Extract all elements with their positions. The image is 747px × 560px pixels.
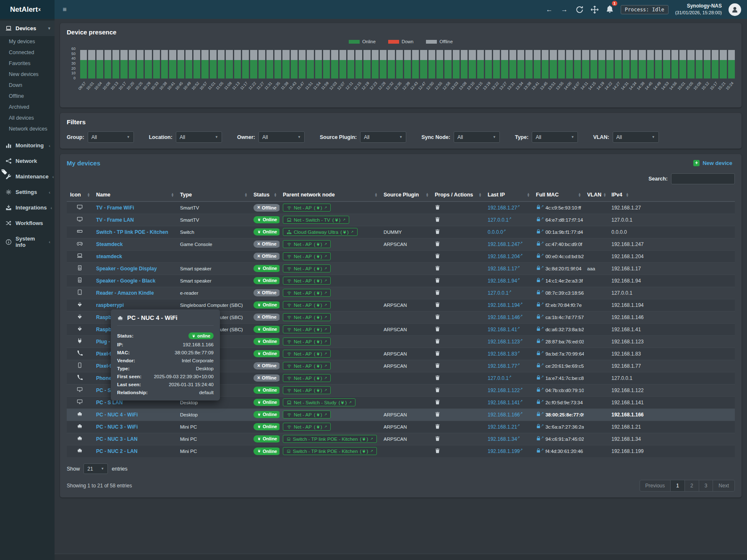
presence-bar[interactable] bbox=[274, 47, 281, 79]
presence-bar[interactable] bbox=[558, 47, 565, 79]
search-input[interactable] bbox=[671, 173, 735, 184]
parent-node-button[interactable]: Switch - TP link POE - Kitchen()↗ bbox=[283, 435, 377, 443]
presence-bar[interactable] bbox=[145, 47, 151, 79]
sidebar-item-workflows[interactable]: Workflows bbox=[0, 215, 55, 231]
presence-bar[interactable] bbox=[720, 47, 726, 79]
presence-bar[interactable] bbox=[477, 47, 484, 79]
presence-bar[interactable] bbox=[363, 47, 370, 79]
lock-icon[interactable]: ↗ bbox=[536, 302, 544, 307]
presence-bar[interactable] bbox=[566, 47, 573, 79]
presence-bar[interactable] bbox=[355, 47, 362, 79]
filter-select-location[interactable]: All▼ bbox=[176, 131, 222, 143]
presence-bar[interactable] bbox=[340, 47, 346, 79]
presence-bar[interactable] bbox=[210, 47, 217, 79]
sidebar-subitem-down[interactable]: Down bbox=[0, 80, 55, 91]
column-header-icon[interactable]: Icon▴▾ bbox=[67, 188, 93, 201]
parent-node-button[interactable]: Net - AP()↗ bbox=[283, 374, 331, 382]
presence-bar[interactable] bbox=[331, 47, 338, 79]
delete-icon[interactable] bbox=[435, 411, 440, 417]
column-header-status[interactable]: Status▴▾ bbox=[250, 188, 279, 201]
parent-node-button[interactable]: Net - AP()↗ bbox=[283, 362, 331, 370]
filter-select-sync-node[interactable]: All▼ bbox=[454, 131, 500, 143]
sidebar-subitem-all-devices[interactable]: All devices bbox=[0, 113, 55, 123]
parent-node-button[interactable]: Net - AP()↗ bbox=[283, 386, 331, 394]
sidebar-subitem-favorites[interactable]: Favorites bbox=[0, 58, 55, 69]
delete-icon[interactable] bbox=[435, 265, 440, 271]
sidebar-subitem-archived[interactable]: Archived bbox=[0, 102, 55, 113]
delete-icon[interactable] bbox=[435, 375, 440, 380]
sidebar-subitem-network-devices[interactable]: Network devices bbox=[0, 123, 55, 134]
parent-node-button[interactable]: Net - AP()↗ bbox=[283, 252, 331, 260]
presence-bar[interactable] bbox=[112, 47, 119, 79]
sort-icon[interactable]: ▴▾ bbox=[579, 193, 580, 197]
device-name-link[interactable]: Steamdeck bbox=[96, 241, 123, 247]
presence-bar[interactable] bbox=[137, 47, 144, 79]
parent-node-button[interactable]: Net - AP()↗ bbox=[283, 313, 331, 321]
presence-bar[interactable] bbox=[461, 47, 468, 79]
last-ip-link[interactable]: 192.168.1.199↗ bbox=[488, 448, 522, 454]
column-header-name[interactable]: Name▴▾ bbox=[93, 188, 177, 201]
presence-bar[interactable] bbox=[153, 47, 160, 79]
parent-node-button[interactable]: Net - AP()↗ bbox=[283, 240, 331, 248]
presence-bar[interactable] bbox=[469, 47, 475, 79]
sort-icon[interactable]: ▴▾ bbox=[172, 193, 173, 197]
presence-bar[interactable] bbox=[493, 47, 500, 79]
sidebar-item-settings[interactable]: Settings‹ bbox=[0, 184, 55, 200]
presence-bar[interactable] bbox=[509, 47, 516, 79]
presence-bar[interactable] bbox=[266, 47, 273, 79]
sidebar-subitem-offline[interactable]: Offline bbox=[0, 91, 55, 102]
filter-select-type[interactable]: All▼ bbox=[532, 131, 578, 143]
last-ip-link[interactable]: 192.168.1.27↗ bbox=[488, 205, 520, 211]
presence-bar[interactable] bbox=[178, 47, 184, 79]
lock-icon[interactable]: ↗ bbox=[536, 399, 544, 404]
filter-select-owner[interactable]: All▼ bbox=[259, 131, 305, 143]
filter-select-source-plugin[interactable]: All▼ bbox=[360, 131, 406, 143]
pagination-page-3[interactable]: 3 bbox=[699, 480, 713, 492]
presence-bar[interactable] bbox=[606, 47, 613, 79]
delete-icon[interactable] bbox=[435, 204, 440, 210]
lock-icon[interactable]: ↗ bbox=[536, 424, 544, 429]
delete-icon[interactable] bbox=[435, 302, 440, 307]
table-row[interactable]: Speaker - Google DisplaySmart speakerOnl… bbox=[67, 262, 735, 275]
presence-bar[interactable] bbox=[663, 47, 670, 79]
nav-back-icon[interactable]: ← bbox=[545, 5, 554, 14]
presence-bar[interactable] bbox=[201, 47, 208, 79]
sort-icon[interactable]: ▴▾ bbox=[245, 193, 247, 197]
presence-bar[interactable] bbox=[696, 47, 703, 79]
parent-node-button[interactable]: Net - AP()↗ bbox=[283, 277, 331, 285]
last-ip-link[interactable]: 192.168.1.21↗ bbox=[488, 424, 520, 430]
sort-icon[interactable]: ▴▾ bbox=[479, 193, 481, 197]
column-header-type[interactable]: Type▴▾ bbox=[177, 188, 250, 201]
delete-icon[interactable] bbox=[435, 424, 440, 429]
last-ip-link[interactable]: 192.168.1.247↗ bbox=[488, 241, 522, 247]
device-name-link[interactable]: Pixel-9 bbox=[96, 351, 112, 357]
sort-icon[interactable]: ▴▾ bbox=[88, 193, 89, 197]
lock-icon[interactable]: ↗ bbox=[536, 265, 544, 270]
delete-icon[interactable] bbox=[435, 217, 440, 222]
sidebar-subitem-new-devices[interactable]: New devices bbox=[0, 69, 55, 80]
presence-bar[interactable] bbox=[534, 47, 541, 79]
presence-bar[interactable] bbox=[704, 47, 710, 79]
presence-bar[interactable] bbox=[380, 47, 387, 79]
sidebar-item-maintenance[interactable]: Maintenance‹ bbox=[0, 169, 55, 184]
page-size-select[interactable]: 21 ▼ bbox=[84, 463, 108, 474]
parent-node-button[interactable]: Net - Switch - TV()↗ bbox=[283, 216, 349, 224]
delete-icon[interactable] bbox=[435, 351, 440, 356]
presence-bar[interactable] bbox=[453, 47, 460, 79]
presence-bar[interactable] bbox=[728, 47, 735, 79]
delete-icon[interactable] bbox=[435, 326, 440, 332]
presence-bar[interactable] bbox=[282, 47, 289, 79]
nav-forward-icon[interactable]: → bbox=[560, 5, 569, 14]
presence-bar[interactable] bbox=[80, 47, 87, 79]
parent-node-button[interactable]: Net - AP()↗ bbox=[283, 204, 331, 212]
presence-bar[interactable] bbox=[88, 47, 95, 79]
lock-icon[interactable]: ↗ bbox=[536, 351, 544, 356]
presence-bar[interactable] bbox=[615, 47, 622, 79]
presence-bar[interactable] bbox=[542, 47, 548, 79]
presence-bar[interactable] bbox=[712, 47, 718, 79]
table-row[interactable]: Switch - TP link POE - KitchenSwitchOnli… bbox=[67, 226, 735, 238]
table-row[interactable]: PC - NUC 4 - WiFiDesktopOnlineNet - AP()… bbox=[67, 408, 735, 421]
delete-icon[interactable] bbox=[435, 387, 440, 393]
lock-icon[interactable]: ↗ bbox=[536, 217, 544, 222]
lock-icon[interactable]: ↗ bbox=[536, 375, 544, 380]
